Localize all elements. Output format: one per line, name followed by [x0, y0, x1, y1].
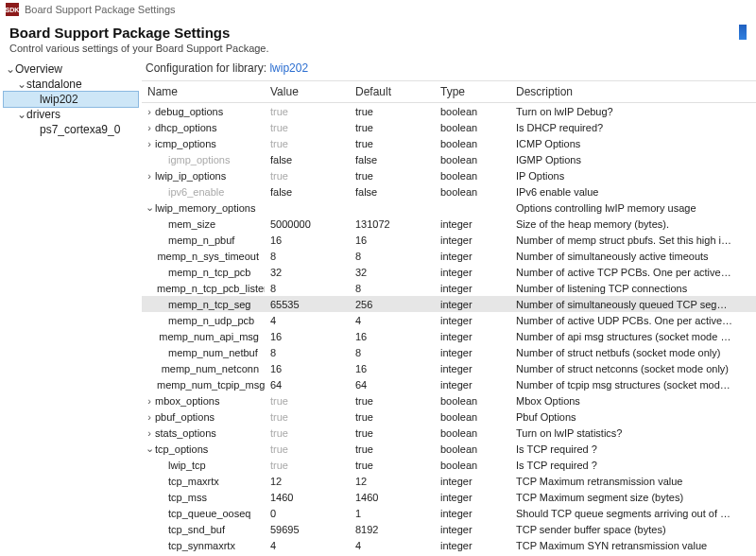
tree-ps7cortexa90[interactable]: ps7_cortexa9_0 — [4, 122, 138, 137]
table-row[interactable]: ›stats_optionstruetruebooleanTurn on lwI… — [142, 425, 756, 441]
setting-value[interactable]: 59695 — [265, 523, 350, 536]
setting-default: 16 — [350, 330, 435, 343]
expand-icon[interactable]: › — [144, 411, 155, 423]
tree-overview[interactable]: ⌄Overview — [4, 61, 138, 77]
setting-value[interactable]: true — [265, 426, 350, 440]
table-row[interactable]: tcp_synmaxrtx44integerTCP Maximum SYN re… — [142, 537, 756, 553]
table-row[interactable]: tcp_mss14601460integerTCP Maximum segmen… — [142, 489, 756, 505]
tree-drivers[interactable]: ⌄drivers — [4, 107, 138, 122]
col-value[interactable]: Value — [265, 81, 350, 102]
table-row[interactable]: tcp_ttl255255integerTCP TTL value — [142, 553, 756, 555]
table-row[interactable]: ›pbuf_optionstruetruebooleanPbuf Options — [142, 408, 756, 425]
expand-icon[interactable]: ⌄ — [144, 443, 155, 455]
setting-value[interactable]: 8 — [265, 346, 350, 359]
setting-value[interactable]: true — [265, 105, 350, 118]
setting-value[interactable]: 16 — [265, 330, 350, 343]
setting-name: icmp_options — [155, 138, 216, 149]
expand-icon[interactable]: › — [144, 170, 155, 182]
table-row[interactable]: memp_n_tcp_pcb_listen88integerNumber of … — [142, 280, 756, 296]
setting-value[interactable]: 1460 — [265, 491, 350, 504]
table-row[interactable]: lwip_tcptruetruebooleanIs TCP required ? — [142, 457, 756, 473]
expand-icon[interactable]: › — [144, 122, 155, 133]
setting-default: true — [350, 459, 435, 472]
setting-value[interactable]: 4 — [265, 539, 350, 552]
table-row[interactable]: memp_n_tcp_seg65535256integerNumber of s… — [142, 296, 756, 312]
board-icon — [739, 25, 747, 40]
setting-value[interactable]: 8 — [265, 282, 350, 295]
setting-type: integer — [435, 491, 510, 504]
table-header: Name Value Default Type Description — [142, 81, 756, 103]
setting-default: true — [350, 394, 435, 408]
table-row[interactable]: ipv6_enablefalsefalsebooleanIPv6 enable … — [142, 183, 756, 200]
col-extra[interactable] — [739, 81, 756, 102]
setting-value[interactable] — [265, 207, 350, 209]
setting-value[interactable]: true — [265, 443, 350, 456]
setting-default: true — [350, 410, 435, 424]
table-row[interactable]: igmp_optionsfalsefalsebooleanIGMP Option… — [142, 151, 756, 167]
window-title: Board Support Package Settings — [25, 4, 176, 15]
setting-value[interactable]: 16 — [265, 234, 350, 247]
table-row[interactable]: memp_num_netbuf88integerNumber of struct… — [142, 344, 756, 360]
col-type[interactable]: Type — [435, 81, 510, 102]
setting-default: 8 — [350, 346, 435, 359]
table-row[interactable]: ›lwip_ip_optionstruetruebooleanIP Option… — [142, 167, 756, 183]
setting-desc: IGMP Options — [510, 153, 739, 166]
expand-icon[interactable]: › — [144, 138, 155, 149]
table-row[interactable]: memp_n_tcp_pcb3232integerNumber of activ… — [142, 264, 756, 280]
setting-value[interactable]: 4 — [265, 314, 350, 327]
tree-standalone[interactable]: ⌄standalone — [4, 77, 138, 92]
setting-value[interactable]: false — [265, 185, 350, 199]
table-row[interactable]: ›icmp_optionstruetruebooleanICMP Options — [142, 135, 756, 151]
page-subtitle: Control various settings of your Board S… — [9, 43, 269, 54]
setting-value[interactable]: true — [265, 459, 350, 472]
setting-name: lwip_tcp — [168, 460, 206, 471]
setting-value[interactable]: 255 — [265, 555, 350, 556]
table-row[interactable]: memp_n_sys_timeout88integerNumber of sim… — [142, 248, 756, 264]
setting-type: boolean — [435, 185, 510, 199]
setting-value[interactable]: 32 — [265, 266, 350, 279]
col-desc[interactable]: Description — [510, 81, 739, 102]
setting-value[interactable]: 65535 — [265, 298, 350, 311]
expand-icon[interactable]: › — [144, 106, 155, 117]
table-row[interactable]: ⌄tcp_optionstruetruebooleanIs TCP requir… — [142, 441, 756, 457]
setting-value[interactable]: true — [265, 169, 350, 182]
table-row[interactable]: memp_num_netconn1616integerNumber of str… — [142, 360, 756, 376]
table-row[interactable]: ›debug_optionstruetruebooleanTurn on lwI… — [142, 103, 756, 119]
header: Board Support Package Settings Control v… — [0, 19, 756, 56]
setting-value[interactable]: false — [265, 153, 350, 166]
page-title: Board Support Package Settings — [9, 25, 269, 41]
tree-lwip202[interactable]: lwip202 — [4, 92, 138, 107]
table-row[interactable]: tcp_queue_ooseq01integerShould TCP queue… — [142, 505, 756, 521]
expand-icon[interactable]: ⌄ — [144, 201, 155, 214]
setting-desc: IP Options — [510, 169, 739, 182]
table-row[interactable]: ›mbox_optionstruetruebooleanMbox Options — [142, 392, 756, 408]
setting-value[interactable]: true — [265, 394, 350, 408]
col-name[interactable]: Name — [142, 81, 265, 102]
setting-value[interactable]: 64 — [265, 378, 350, 391]
expand-icon[interactable]: › — [144, 395, 155, 407]
setting-value[interactable]: true — [265, 137, 350, 150]
col-default[interactable]: Default — [350, 81, 435, 102]
setting-default: 8 — [350, 282, 435, 295]
table-row[interactable]: mem_size5000000131072integerSize of the … — [142, 216, 756, 232]
table-row[interactable]: ›dhcp_optionstruetruebooleanIs DHCP requ… — [142, 119, 756, 135]
table-row[interactable]: tcp_maxrtx1212integerTCP Maximum retrans… — [142, 473, 756, 489]
table-row[interactable]: ⌄lwip_memory_optionsOptions controlling … — [142, 200, 756, 216]
setting-value[interactable]: 0 — [265, 507, 350, 520]
setting-desc: IPv6 enable value — [510, 185, 739, 199]
setting-value[interactable]: true — [265, 121, 350, 134]
setting-value[interactable]: 16 — [265, 362, 350, 375]
setting-value[interactable]: 5000000 — [265, 217, 350, 231]
table-row[interactable]: memp_num_api_msg1616integerNumber of api… — [142, 328, 756, 344]
table-row[interactable]: memp_n_udp_pcb44integerNumber of active … — [142, 312, 756, 328]
setting-value[interactable]: 12 — [265, 475, 350, 488]
setting-value[interactable]: true — [265, 410, 350, 424]
table-row[interactable]: memp_n_pbuf1616integerNumber of memp str… — [142, 232, 756, 248]
setting-value[interactable]: 8 — [265, 250, 350, 263]
table-row[interactable]: memp_num_tcpip_msg6464integerNumber of t… — [142, 376, 756, 392]
table-row[interactable]: tcp_snd_buf596958192integerTCP sender bu… — [142, 521, 756, 537]
setting-desc: Is DHCP required? — [510, 121, 739, 134]
expand-icon[interactable]: › — [144, 427, 155, 439]
setting-default: true — [350, 105, 435, 118]
setting-type: integer — [435, 378, 510, 391]
